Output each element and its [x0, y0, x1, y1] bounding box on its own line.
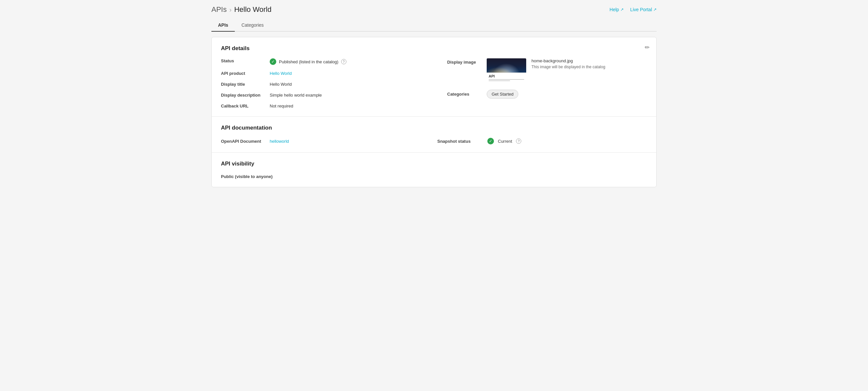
doc-right: Snapshot status ✓ Current ? [437, 138, 647, 144]
external-link-icon: ↗ [620, 7, 624, 12]
api-overlay-line-2 [489, 80, 510, 81]
display-description-value: Simple hello world example [270, 93, 322, 97]
api-documentation-section: API documentation OpenAPI Document hello… [212, 117, 656, 152]
display-description-row: Display description Simple hello world e… [221, 93, 434, 97]
snapshot-status-label: Snapshot status [437, 139, 484, 144]
api-details-title: API details [221, 45, 647, 52]
header-links: Help ↗ Live Portal ↗ [610, 7, 657, 12]
api-details-section: API details ✏ Status ✓ Published (listed… [212, 37, 656, 117]
external-link-icon-2: ↗ [653, 7, 657, 12]
details-left: Status ✓ Published (listed in the catalo… [221, 58, 434, 109]
api-product-row: API product Hello World [221, 71, 434, 76]
details-right: Display image API [434, 58, 647, 99]
display-image-content: API home-background.jpg This image will … [487, 58, 605, 83]
display-title-label: Display title [221, 82, 267, 87]
image-info: home-background.jpg This image will be d… [531, 58, 605, 69]
breadcrumb-parent[interactable]: APIs [211, 5, 226, 14]
api-visibility-section: API visibility Public (visible to anyone… [212, 152, 656, 187]
status-label: Status [221, 58, 267, 63]
openapi-label: OpenAPI Document [221, 139, 267, 144]
main-card: API details ✏ Status ✓ Published (listed… [211, 37, 657, 187]
breadcrumb-separator: › [229, 6, 231, 13]
callback-url-value: Not required [270, 104, 293, 109]
doc-left: OpenAPI Document helloworld [221, 139, 431, 144]
tab-categories[interactable]: Categories [235, 19, 270, 32]
api-overlay-line-1 [489, 79, 524, 80]
breadcrumb: APIs › Hello World Help ↗ Live Portal ↗ [211, 5, 657, 14]
callback-url-row: Callback URL Not required [221, 104, 434, 109]
tab-apis[interactable]: APIs [211, 19, 235, 32]
api-product-label: API product [221, 71, 267, 76]
display-title-value: Hello World [270, 82, 292, 87]
status-help-icon[interactable]: ? [341, 59, 346, 64]
display-title-row: Display title Hello World [221, 82, 434, 87]
status-row: Status ✓ Published (listed in the catalo… [221, 58, 434, 65]
api-documentation-title: API documentation [221, 124, 647, 131]
display-image-label: Display image [447, 58, 487, 65]
api-overlay: API [487, 73, 526, 83]
snapshot-help-icon[interactable]: ? [516, 138, 521, 144]
breadcrumb-nav: APIs › Hello World [211, 5, 271, 14]
api-overlay-lines [489, 79, 524, 81]
display-description-label: Display description [221, 93, 267, 97]
categories-row: Categories Get Started [447, 90, 647, 99]
category-tag: Get Started [487, 90, 518, 99]
pencil-icon: ✏ [645, 44, 650, 51]
breadcrumb-current: Hello World [234, 5, 271, 14]
image-filename: home-background.jpg [531, 58, 605, 63]
snapshot-status-value: Current [498, 139, 512, 144]
openapi-value[interactable]: helloworld [270, 139, 289, 144]
display-image-section: Display image API [447, 58, 647, 83]
status-value: Published (listed in the catalog) [279, 59, 339, 64]
api-overlay-text: API [489, 74, 524, 78]
details-grid: Status ✓ Published (listed in the catalo… [221, 58, 647, 109]
api-product-value[interactable]: Hello World [270, 71, 292, 76]
edit-button[interactable]: ✏ [645, 44, 650, 51]
status-value-group: ✓ Published (listed in the catalog) ? [270, 58, 346, 65]
categories-label: Categories [447, 90, 487, 96]
image-caption: This image will be displayed in the cata… [531, 65, 605, 69]
api-visibility-title: API visibility [221, 161, 647, 167]
callback-url-label: Callback URL [221, 104, 267, 109]
check-icon: ✓ [270, 58, 276, 65]
doc-grid: OpenAPI Document helloworld Snapshot sta… [221, 138, 647, 144]
image-thumbnail-wrapper: API [487, 58, 526, 83]
help-link[interactable]: Help ↗ [610, 7, 624, 12]
snapshot-check-icon: ✓ [487, 138, 494, 144]
visibility-value: Public (visible to anyone) [221, 174, 273, 179]
tab-bar: APIs Categories [211, 19, 657, 32]
live-portal-link[interactable]: Live Portal ↗ [630, 7, 657, 12]
